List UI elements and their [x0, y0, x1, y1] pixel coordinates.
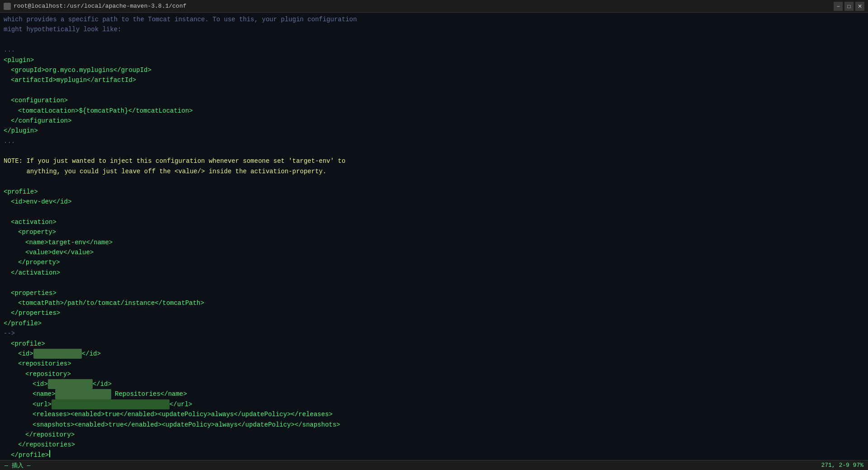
code-line: ... [4, 136, 864, 146]
code-line: <groupId>org.myco.myplugins</groupId> [4, 65, 864, 75]
editor-area: which provides a specific path to the To… [0, 13, 868, 460]
code-line: <name>REDACTED Repositories</name> [4, 389, 864, 399]
code-line: </profile> [4, 450, 864, 460]
maximize-button[interactable]: □ [844, 2, 854, 11]
code-line: <artifactId>myplugin</artifactId> [4, 75, 864, 85]
code-line: <profile> [4, 339, 864, 349]
code-line [4, 146, 864, 156]
code-line: <name>target-env</name> [4, 237, 864, 247]
code-line: <properties> [4, 288, 864, 298]
close-button[interactable]: ✕ [855, 2, 864, 11]
code-line: <plugin> [4, 55, 864, 65]
window-controls: − □ ✕ [834, 2, 864, 11]
code-line: </property> [4, 257, 864, 267]
terminal-window: root@localhost:/usr/local/apache-maven-3… [0, 0, 868, 470]
code-line: <tomcatPath>/path/to/tomcat/instance</to… [4, 298, 864, 308]
status-bar: — 插入 — 271, 2-9 97% [0, 460, 868, 470]
code-line [4, 207, 864, 217]
code-line: </plugin> [4, 126, 864, 136]
code-line: <property> [4, 227, 864, 237]
code-line: might hypothetically look like: [4, 24, 864, 34]
code-line: </configuration> [4, 116, 864, 126]
code-content[interactable]: which provides a specific path to the To… [0, 13, 868, 460]
code-line: <url>REDACTED_URL</url> [4, 399, 864, 409]
title-bar: root@localhost:/usr/local/apache-maven-3… [0, 0, 868, 13]
code-line: </activation> [4, 268, 864, 278]
code-line [4, 176, 864, 186]
code-line: <configuration> [4, 95, 864, 105]
code-line: <id>REDACTED</id> [4, 349, 864, 359]
code-line: <value>dev</value> [4, 247, 864, 257]
code-line [4, 278, 864, 288]
cursor [49, 450, 50, 457]
code-line: <tomcatLocation>${tomcatPath}</tomcatLoc… [4, 106, 864, 116]
code-line: <id>env-dev</id> [4, 197, 864, 207]
code-line: ... [4, 45, 864, 55]
code-line: <releases><enabled>true</enabled><update… [4, 409, 864, 419]
code-line: which provides a specific path to the To… [4, 14, 864, 24]
code-line: <repository> [4, 369, 864, 379]
code-line: <snapshots><enabled>true</enabled><updat… [4, 420, 864, 430]
code-line: </repositories> [4, 440, 864, 450]
code-line: anything, you could just leave off the <… [4, 166, 864, 176]
cursor-position: 271, 2-9 97% [821, 462, 863, 469]
code-line: <activation> [4, 217, 864, 227]
code-line: <profile> [4, 187, 864, 197]
code-line: <id>REDACTED</id> [4, 379, 864, 389]
minimize-button[interactable]: − [834, 2, 843, 11]
code-line: --> [4, 328, 864, 338]
code-line: NOTE: If you just wanted to inject this … [4, 156, 864, 166]
terminal-icon [4, 3, 11, 10]
code-line: </repository> [4, 430, 864, 440]
window-title: root@localhost:/usr/local/apache-maven-3… [14, 3, 834, 9]
code-line: </profile> [4, 318, 864, 328]
code-line: </properties> [4, 308, 864, 318]
editor-mode: — 插入 — [5, 461, 30, 470]
code-line [4, 85, 864, 95]
code-line: <repositories> [4, 359, 864, 369]
code-line [4, 35, 864, 45]
